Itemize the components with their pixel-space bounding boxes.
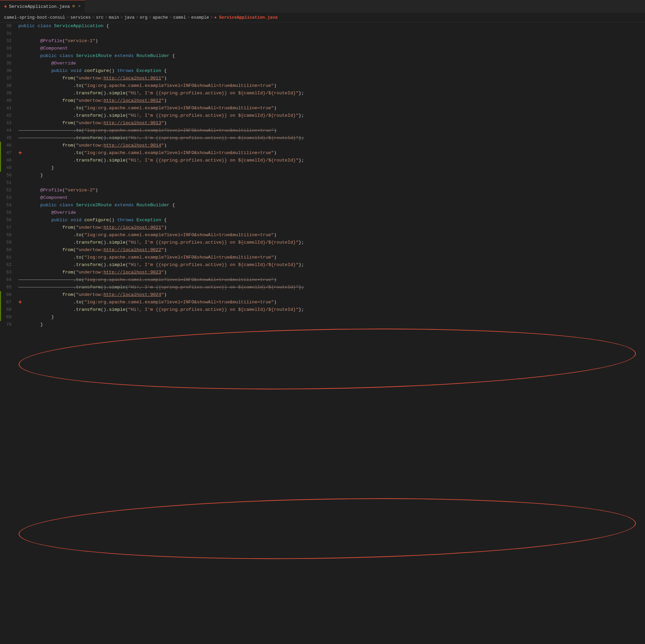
line-number: 38 <box>0 82 17 90</box>
code-line: 56 public void configure() throws Except… <box>0 216 645 224</box>
line-number: 32 <box>0 37 17 45</box>
line-number: 60 <box>0 246 17 254</box>
code-line: 45 .transform().simple("Hi!, I'm {{sprin… <box>0 134 645 142</box>
line-content: @Component <box>17 194 645 202</box>
line-content: .transform().simple("Hi!, I'm {{spring.p… <box>17 134 645 142</box>
code-line: 63 from("undertow:http://localhost:9023"… <box>0 269 645 276</box>
line-content: public class ServiceApplication { <box>17 22 645 30</box>
line-number: 65 <box>0 284 17 291</box>
line-number: 56 <box>0 216 17 224</box>
line-number: 48 <box>0 157 17 164</box>
line-number: 46 <box>0 142 17 149</box>
plus-marker-icon: + <box>18 299 22 306</box>
line-content: } <box>17 164 645 172</box>
line-content: @Component <box>17 45 645 52</box>
breadcrumb-filename[interactable]: ServiceApplication.java <box>219 15 278 20</box>
line-content <box>17 30 645 37</box>
code-line: 40 from("undertow:http://localhost:9012"… <box>0 97 645 105</box>
line-content: .to("log:org.apache.camel.example?level=… <box>17 149 645 157</box>
line-number: 49 <box>0 164 17 172</box>
line-number: 64 <box>0 276 17 284</box>
code-line: 55 @Override <box>0 209 645 216</box>
line-number: 68 <box>0 306 17 314</box>
tab-bar: ● ServiceApplication.java M × <box>0 0 645 13</box>
line-number: 33 <box>0 45 17 52</box>
line-content: } <box>17 321 645 328</box>
line-number: 47 <box>0 149 17 157</box>
breadcrumb-part-5[interactable]: java <box>124 15 135 20</box>
line-number: 43 <box>0 119 17 127</box>
breadcrumb-part-4[interactable]: main <box>109 15 119 20</box>
line-number: 34 <box>0 52 17 60</box>
code-line: 67+ .to("log:org.apache.camel.example?le… <box>0 299 645 306</box>
line-content: .to("log:org.apache.camel.example?level=… <box>17 105 645 112</box>
code-line: 41 .to("log:org.apache.camel.example?lev… <box>0 105 645 112</box>
line-content: .to("log:org.apache.camel.example?level=… <box>17 127 645 134</box>
line-content: from("undertow:http://localhost:9011") <box>17 75 645 82</box>
breadcrumb-part-9[interactable]: example <box>191 15 209 20</box>
line-number: 45 <box>0 134 17 142</box>
line-number: 36 <box>0 67 17 75</box>
line-content: .transform().simple("Hi!, I'm {{spring.p… <box>17 157 645 164</box>
breadcrumb-file-icon: ● <box>214 15 217 20</box>
line-content: .transform().simple("Hi!, I'm {{spring.p… <box>17 90 645 97</box>
line-content: .transform().simple("Hi!, I'm {{spring.p… <box>17 112 645 119</box>
line-content: @Override <box>17 209 645 216</box>
line-content: .transform().simple("Hi!, I'm {{spring.p… <box>17 306 645 314</box>
code-editor[interactable]: 30public class ServiceApplication {31 32… <box>0 22 645 328</box>
java-file-icon: ● <box>4 4 7 9</box>
oval-annotation-2 <box>18 493 637 564</box>
code-line: 59 .transform().simple("Hi!, I'm {{sprin… <box>0 239 645 246</box>
line-number: 59 <box>0 239 17 246</box>
oval-annotation-1 <box>18 324 637 394</box>
code-line: 37 from("undertow:http://localhost:9011"… <box>0 75 645 82</box>
code-line: 64 .to("log:org.apache.camel.example?lev… <box>0 276 645 284</box>
line-content: from("undertow:http://localhost:9023") <box>17 269 645 276</box>
line-number: 63 <box>0 269 17 276</box>
code-line: 57 from("undertow:http://localhost:9021"… <box>0 224 645 231</box>
line-number: 31 <box>0 30 17 37</box>
line-number: 67 <box>0 299 17 306</box>
line-number: 69 <box>0 314 17 321</box>
code-line: 61 .to("log:org.apache.camel.example?lev… <box>0 254 645 261</box>
code-line: 39 .transform().simple("Hi!, I'm {{sprin… <box>0 90 645 97</box>
code-line: 70 } <box>0 321 645 328</box>
line-number: 41 <box>0 105 17 112</box>
breadcrumb-sep-5: > <box>136 15 139 20</box>
editor-tab[interactable]: ● ServiceApplication.java M × <box>0 0 85 13</box>
breadcrumb-sep-1: > <box>66 15 69 20</box>
breadcrumb-part-1[interactable]: camel-spring-boot-consul <box>4 15 65 20</box>
code-line: 52 @Profile("service-2") <box>0 187 645 194</box>
line-number: 39 <box>0 90 17 97</box>
code-line: 48 .transform().simple("Hi!, I'm {{sprin… <box>0 157 645 164</box>
line-content: from("undertow:http://localhost:9022") <box>17 246 645 254</box>
code-line: 65 .transform().simple("Hi!, I'm {{sprin… <box>0 284 645 291</box>
breadcrumb-part-2[interactable]: services <box>71 15 91 20</box>
line-content: .to("log:org.apache.camel.example?level=… <box>17 82 645 90</box>
breadcrumb-part-8[interactable]: camel <box>173 15 186 20</box>
line-number: 62 <box>0 261 17 269</box>
line-content: from("undertow:http://localhost:9014") <box>17 142 645 149</box>
code-line: 60 from("undertow:http://localhost:9022"… <box>0 246 645 254</box>
code-line: 34 public class Service1Route extends Ro… <box>0 52 645 60</box>
line-content: .to("log:org.apache.camel.example?level=… <box>17 254 645 261</box>
breadcrumb-part-7[interactable]: apache <box>153 15 168 20</box>
code-line: 32 @Profile("service-1") <box>0 37 645 45</box>
breadcrumb: camel-spring-boot-consul > services > sr… <box>0 13 645 22</box>
breadcrumb-part-6[interactable]: org <box>140 15 148 20</box>
breadcrumb-sep-4: > <box>120 15 123 20</box>
code-line: 69 } <box>0 314 645 321</box>
tab-filename: ServiceApplication.java <box>9 4 70 9</box>
code-line: 46 from("undertow:http://localhost:9014"… <box>0 142 645 149</box>
line-content: @Override <box>17 60 645 67</box>
line-content: public class Service2Route extends Route… <box>17 202 645 209</box>
breadcrumb-sep-2: > <box>92 15 95 20</box>
code-line: 44 .to("log:org.apache.camel.example?lev… <box>0 127 645 134</box>
line-content: .to("log:org.apache.camel.example?level=… <box>17 276 645 284</box>
code-line: 47+ .to("log:org.apache.camel.example?le… <box>0 149 645 157</box>
code-line: 49 } <box>0 164 645 172</box>
line-number: 70 <box>0 321 17 328</box>
line-number: 66 <box>0 291 17 299</box>
breadcrumb-part-3[interactable]: src <box>96 15 104 20</box>
tab-close-button[interactable]: × <box>78 4 80 9</box>
